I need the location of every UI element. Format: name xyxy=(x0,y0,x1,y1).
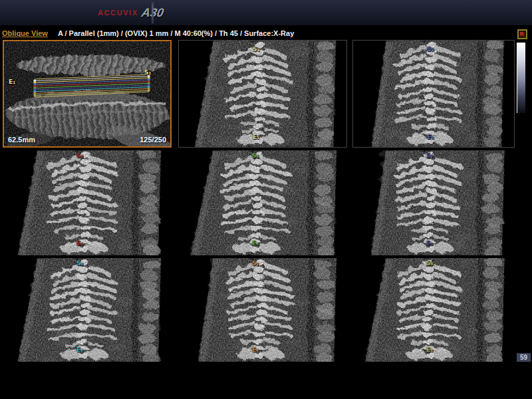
slice-panel-3[interactable]: S₃ E₃ xyxy=(3,150,172,255)
slice-start-marker: S₂ xyxy=(427,47,434,53)
slice-image-4 xyxy=(178,150,347,255)
slice-image-3 xyxy=(3,150,172,255)
slice-end-marker: E₈ xyxy=(426,347,433,353)
slice-end-marker: E₄ xyxy=(252,241,259,247)
colormap-marker-icon[interactable] xyxy=(517,29,527,39)
slice-end-marker: E₃ xyxy=(76,241,83,247)
reference-image xyxy=(4,41,170,146)
colormap-marker-glyph xyxy=(520,32,525,37)
slice-image-2 xyxy=(353,41,514,147)
brand-name: ACCUVIX xyxy=(98,9,138,17)
slice-panel-5[interactable]: S₅ E₅ xyxy=(352,150,515,255)
slice-panel-8[interactable]: S₈ E₈ xyxy=(352,258,515,362)
slice-start-marker: S₅ xyxy=(426,153,433,159)
slice-panel-6[interactable]: S₆ E₆ xyxy=(3,258,172,362)
slice-start-marker: S₄ xyxy=(252,153,259,159)
reference-start-marker: S₁ xyxy=(144,70,151,76)
status-bar: Oblique View A / Parallel (1mm) / (OVIX)… xyxy=(0,29,532,38)
slice-end-marker: E₁ xyxy=(253,134,259,140)
slice-image-5 xyxy=(352,150,515,255)
slice-start-marker: S₆ xyxy=(76,261,83,267)
slice-panel-4[interactable]: S₄ E₄ xyxy=(178,150,347,255)
header-divider xyxy=(152,2,154,24)
slice-end-marker: E₆ xyxy=(76,347,83,353)
slice-start-marker: S₇ xyxy=(252,261,259,267)
slice-start-marker: S₁ xyxy=(253,47,259,53)
slice-image-6 xyxy=(3,258,172,362)
slice-start-marker: S₈ xyxy=(426,261,433,267)
render-settings-label: A / Parallel (1mm) / (OVIX) 1 mm / M 40:… xyxy=(58,29,294,37)
ultrasound-screen: ACCUVIX A30 Oblique View A / Parallel (1… xyxy=(0,0,532,399)
slice-image-8 xyxy=(352,258,515,362)
slice-panel-7[interactable]: S₇ E₇ xyxy=(178,258,347,362)
slice-depth-label: 62.5mm xyxy=(8,136,35,144)
slice-end-marker: E₇ xyxy=(252,347,259,353)
reference-panel[interactable]: E₁ S₁ 62.5mm 125/250 xyxy=(3,40,172,148)
page-badge: 59 xyxy=(517,353,531,362)
view-mode-label[interactable]: Oblique View xyxy=(2,29,48,37)
grayscale-colormap-bar xyxy=(517,43,525,113)
frame-counter: 125/250 xyxy=(140,136,166,144)
slice-image-7 xyxy=(178,258,347,362)
slice-panel-1[interactable]: S₁ E₁ xyxy=(178,40,347,148)
title-bar: ACCUVIX A30 xyxy=(0,0,532,25)
reference-end-marker: E₁ xyxy=(9,79,15,85)
slice-end-marker: E₂ xyxy=(427,134,434,140)
slice-start-marker: S₃ xyxy=(76,153,83,159)
slice-end-marker: E₅ xyxy=(426,241,433,247)
slice-image-1 xyxy=(179,41,346,147)
slice-panel-2[interactable]: S₂ E₂ xyxy=(352,40,515,148)
